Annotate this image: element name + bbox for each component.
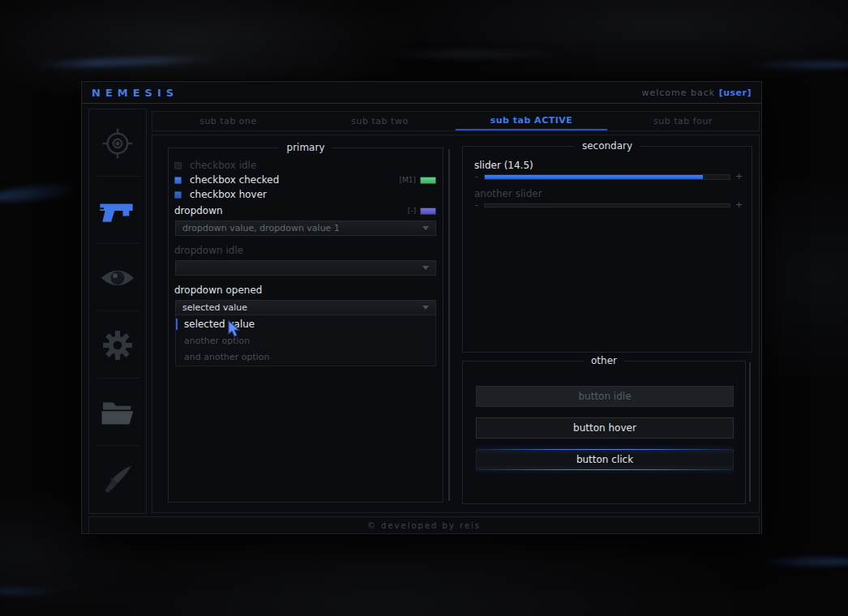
tab-sub-tab-active[interactable]: sub tab ACTIVE xyxy=(456,112,607,130)
scrollbar[interactable] xyxy=(448,149,450,501)
dropdown-label: dropdown xyxy=(174,205,223,216)
sub-tab-bar: sub tab one sub tab two sub tab ACTIVE s… xyxy=(152,111,760,131)
sidebar-item-misc[interactable] xyxy=(89,446,146,513)
footer: © developed by reis xyxy=(88,516,760,534)
eye-icon xyxy=(100,265,135,291)
blue-streak-decoration xyxy=(0,588,65,595)
blue-streak-decoration xyxy=(757,558,848,566)
keybind-label[interactable]: [-] xyxy=(408,207,416,215)
dropdown-value: selected value xyxy=(182,302,422,313)
welcome-text: welcome back [user] xyxy=(641,88,752,98)
knife-icon xyxy=(101,463,135,497)
slider-increment[interactable]: + xyxy=(735,201,740,209)
checkbox-box[interactable] xyxy=(174,191,182,199)
checkbox-box[interactable] xyxy=(174,177,182,184)
sidebar-item-weapons[interactable] xyxy=(89,177,146,244)
scrollbar[interactable] xyxy=(749,362,751,502)
group-primary: primary checkbox idle checkbox checked [… xyxy=(168,148,443,503)
slider[interactable] xyxy=(484,174,730,180)
slider-decrement[interactable]: - xyxy=(474,173,479,181)
color-swatch-purple[interactable] xyxy=(420,207,436,215)
dropdown-label-row: dropdown [-] xyxy=(169,203,443,218)
dropdown-option[interactable]: another option xyxy=(176,332,435,349)
dropdown-opened-label: dropdown opened xyxy=(169,283,443,297)
checkbox-idle-row[interactable]: checkbox idle xyxy=(169,158,443,173)
chevron-down-icon xyxy=(422,266,429,270)
group-secondary: secondary slider (14.5) - + another slid… xyxy=(462,146,752,353)
dropdown-option[interactable]: and another option xyxy=(176,349,435,365)
keybind-label[interactable]: [M1] xyxy=(399,176,416,184)
titlebar: NEMESIS welcome back [user] xyxy=(82,82,761,104)
slider-row: - + xyxy=(474,200,740,210)
group-other: other button idle button hover button cl… xyxy=(462,361,746,504)
checkbox-checked-row[interactable]: checkbox checked [M1] xyxy=(169,173,443,187)
checkbox-label: checkbox idle xyxy=(190,160,256,171)
sidebar xyxy=(88,109,147,514)
group-primary-title: primary xyxy=(280,142,332,153)
cheat-menu-window: NEMESIS welcome back [user] xyxy=(81,81,762,534)
gray-streak-decoration xyxy=(365,52,576,57)
folder-icon xyxy=(100,398,135,427)
checkbox-label: checkbox hover xyxy=(190,189,267,200)
crosshair-icon xyxy=(101,126,135,160)
slider-row: - + xyxy=(474,172,740,182)
sidebar-item-visuals[interactable] xyxy=(89,244,146,311)
button-hover[interactable]: button hover xyxy=(476,417,734,438)
slider-label: another slider xyxy=(474,188,740,200)
color-swatch-green[interactable] xyxy=(420,177,436,184)
welcome-prefix: welcome back xyxy=(641,88,715,98)
dropdown-options-list: selected value another option and anothe… xyxy=(175,315,436,366)
chevron-down-icon xyxy=(422,306,429,310)
slider[interactable] xyxy=(484,203,730,207)
chevron-down-icon xyxy=(422,226,429,230)
footer-credit: © developed by reis xyxy=(367,521,481,530)
dropdown-idle-label: dropdown idle xyxy=(169,243,443,258)
blue-streak-decoration xyxy=(743,62,848,68)
pistol-icon xyxy=(99,196,136,225)
checkbox-hover-row[interactable]: checkbox hover xyxy=(169,187,443,202)
blue-streak-decoration xyxy=(0,182,80,203)
welcome-username: [user] xyxy=(719,88,752,98)
tab-sub-tab-four[interactable]: sub tab four xyxy=(607,112,759,130)
slider-label: slider (14.5) xyxy=(474,160,740,172)
slider-increment[interactable]: + xyxy=(735,173,740,181)
checkbox-box[interactable] xyxy=(174,162,182,169)
group-other-title: other xyxy=(584,355,624,366)
checkbox-label: checkbox checked xyxy=(190,174,279,186)
sidebar-item-settings[interactable] xyxy=(89,311,146,379)
dropdown-option-selected[interactable]: selected value xyxy=(176,316,435,332)
app-title: NEMESIS xyxy=(92,87,178,99)
keybind-wrap: [M1] xyxy=(399,176,436,184)
tab-sub-tab-one[interactable]: sub tab one xyxy=(152,112,304,130)
group-secondary-title: secondary xyxy=(575,140,640,152)
button-click[interactable]: button click xyxy=(476,449,734,470)
dropdown-value: dropdown value, dropdown value 1 xyxy=(182,223,422,233)
dropdown-idle-select[interactable] xyxy=(175,260,436,276)
keybind-wrap: [-] xyxy=(408,207,436,215)
gear-icon xyxy=(100,327,135,363)
sidebar-item-aim[interactable] xyxy=(89,109,146,177)
blue-streak-decoration xyxy=(32,55,219,69)
content-panel: primary checkbox idle checkbox checked [… xyxy=(152,135,760,513)
dropdown-multi-select[interactable]: dropdown value, dropdown value 1 xyxy=(175,220,436,236)
dropdown-opened-select[interactable]: selected value xyxy=(175,300,436,315)
tab-sub-tab-two[interactable]: sub tab two xyxy=(304,112,456,130)
button-idle[interactable]: button idle xyxy=(476,386,734,407)
sidebar-item-configs[interactable] xyxy=(89,379,146,446)
slider-decrement[interactable]: - xyxy=(474,201,479,209)
slider-fill xyxy=(485,175,703,179)
